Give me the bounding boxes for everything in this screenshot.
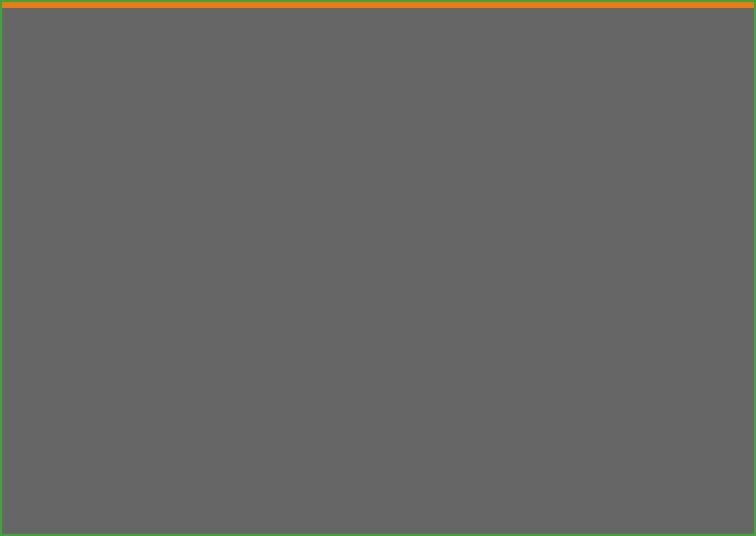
menu-item-schrift[interactable]: Schrift xyxy=(199,7,222,9)
desktop: InDesign DateiBearbeitenLayoutSchriftObj… xyxy=(2,2,754,8)
menu-indesign[interactable]: InDesign xyxy=(34,7,68,9)
menu-item-objekt[interactable]: Objekt xyxy=(234,7,258,9)
menu-item-fenster[interactable]: Fenster xyxy=(345,7,373,9)
menu-item-datei[interactable]: Datei xyxy=(80,7,99,9)
menu-bar: InDesign DateiBearbeitenLayoutSchriftObj… xyxy=(5,5,751,8)
menu-items: DateiBearbeitenLayoutSchriftObjektTabell… xyxy=(80,7,413,9)
notification-icon[interactable]: ❑ xyxy=(706,7,712,8)
menu-item-tabelle[interactable]: Tabelle xyxy=(269,7,295,9)
apple-menu-icon[interactable] xyxy=(17,7,24,9)
menu-item-bearbeiten[interactable]: Bearbeiten xyxy=(111,7,150,9)
menu-item-ansicht[interactable]: Ansicht xyxy=(307,7,334,9)
menu-item-hilfe[interactable]: Hilfe xyxy=(385,7,402,9)
sync-icon[interactable]: ↻ xyxy=(737,7,743,8)
cs-live-icon[interactable]: ▲ xyxy=(721,7,729,8)
menubar-status: ❑▲↻ xyxy=(706,7,743,8)
screenshot-frame: InDesign DateiBearbeitenLayoutSchriftObj… xyxy=(0,0,756,536)
menu-item-layout[interactable]: Layout xyxy=(162,7,187,9)
